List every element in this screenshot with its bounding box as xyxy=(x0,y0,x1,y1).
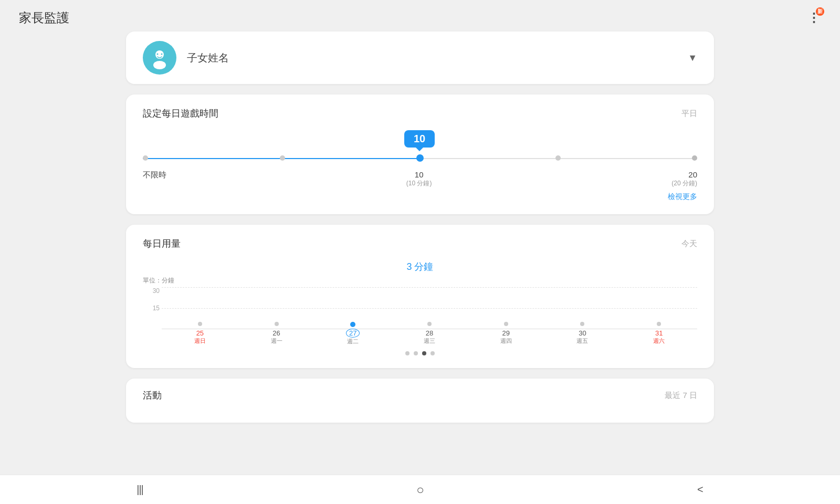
slider-dot-3 xyxy=(555,155,561,161)
activity-date-label: 最近 7 日 xyxy=(665,391,697,401)
slider-label-10-sub: (10 分鐘) xyxy=(406,179,432,188)
tooltip-arrow xyxy=(416,148,423,151)
child-avatar xyxy=(143,41,176,75)
slider-tooltip-wrapper: 10 xyxy=(404,130,435,151)
child-selector-card: 子女姓名 ▼ xyxy=(126,32,714,84)
pagination-dots xyxy=(143,351,697,355)
chart-dot-27 xyxy=(350,322,355,327)
view-more-button[interactable]: 檢視更多 xyxy=(143,192,697,202)
game-time-card: 設定每日遊戲時間 平日 10 不限時 xyxy=(126,94,714,214)
slider-label-20-sub: (20 分鐘) xyxy=(671,179,697,188)
nav-home-icon[interactable]: ○ xyxy=(416,482,424,497)
svg-point-4 xyxy=(161,54,163,55)
chart-dot-26 xyxy=(275,322,279,326)
x-label-28: 28 週三 xyxy=(391,329,468,345)
bottom-navigation: ||| ○ < xyxy=(0,475,840,504)
game-time-day-label: 平日 xyxy=(681,109,697,119)
slider-dot-4 xyxy=(692,155,697,161)
usage-card-header: 每日用量 今天 xyxy=(143,237,697,250)
chart-dot-29 xyxy=(504,322,508,326)
chart-dot-25 xyxy=(198,322,202,326)
game-time-header: 設定每日遊戲時間 平日 xyxy=(143,107,697,120)
svg-point-3 xyxy=(157,54,159,55)
x-day-29: 週四 xyxy=(500,337,512,345)
chart-dots-row xyxy=(162,322,697,327)
x-date-26: 26 xyxy=(272,329,280,337)
x-date-27: 27 xyxy=(346,329,360,338)
x-label-31: 31 週六 xyxy=(621,329,697,345)
activity-card: 活動 最近 7 日 xyxy=(126,379,714,423)
game-time-title: 設定每日遊戲時間 xyxy=(143,107,218,120)
chart-dot-30 xyxy=(580,322,584,326)
activity-header: 活動 最近 7 日 xyxy=(143,389,697,402)
chart-x-labels: 25 週日 26 週一 27 週二 28 週三 29 週四 xyxy=(162,329,697,345)
gridline-15 xyxy=(162,308,697,309)
x-label-26: 26 週一 xyxy=(238,329,315,345)
usage-today-label: 今天 xyxy=(681,239,697,249)
slider-label-10-value: 10 xyxy=(406,170,432,179)
slider-labels-row: 不限時 10 (10 分鐘) 20 (20 分鐘) xyxy=(143,170,697,188)
x-date-29: 29 xyxy=(502,329,510,337)
slider-label-unlimited: 不限時 xyxy=(143,170,166,188)
usage-chart: 30 15 xyxy=(143,287,697,345)
chart-col-28 xyxy=(391,322,468,327)
x-date-31: 31 xyxy=(655,329,663,337)
notification-badge: 新 xyxy=(816,7,824,16)
slider-label-20-value: 20 xyxy=(671,170,697,179)
nav-recent-apps-icon[interactable]: ||| xyxy=(136,484,143,496)
chart-y-axis: 30 15 xyxy=(143,287,162,329)
nav-back-icon[interactable]: < xyxy=(697,484,704,496)
chevron-down-icon[interactable]: ▼ xyxy=(688,52,697,64)
x-label-30: 30 週五 xyxy=(544,329,621,345)
pagination-dot-0[interactable] xyxy=(405,351,410,355)
chart-dot-31 xyxy=(657,322,661,326)
x-date-30: 30 xyxy=(579,329,586,337)
x-label-29: 29 週四 xyxy=(468,329,544,345)
chart-unit-label: 單位：分鐘 xyxy=(143,276,697,285)
chart-dot-28 xyxy=(427,322,432,326)
x-day-27: 週二 xyxy=(347,338,359,345)
x-label-25: 25 週日 xyxy=(162,329,238,345)
pagination-dot-2[interactable] xyxy=(422,351,426,355)
game-time-slider[interactable]: 10 不限時 10 (10 分鐘) xyxy=(143,130,697,188)
x-label-27: 27 週二 xyxy=(314,329,391,345)
slider-label-unlimited-text: 不限時 xyxy=(143,170,166,180)
x-date-28: 28 xyxy=(426,329,433,337)
slider-dot-group xyxy=(143,155,697,162)
x-date-25: 25 xyxy=(196,329,204,337)
chart-col-27 xyxy=(314,322,391,327)
chart-col-25 xyxy=(162,322,238,327)
menu-button[interactable]: ⋮ 新 xyxy=(807,10,821,25)
x-day-31: 週六 xyxy=(653,337,665,345)
child-name: 子女姓名 xyxy=(187,51,688,65)
gridline-30 xyxy=(162,287,697,288)
activity-title: 活動 xyxy=(143,389,162,402)
x-day-30: 週五 xyxy=(576,337,588,345)
y-label-15: 15 xyxy=(153,304,160,312)
chart-col-29 xyxy=(468,322,544,327)
x-day-25: 週日 xyxy=(194,337,206,345)
slider-tooltip-value: 10 xyxy=(404,130,435,148)
y-label-30: 30 xyxy=(153,287,160,295)
slider-dot-2 xyxy=(416,154,424,162)
chart-col-30 xyxy=(544,322,621,327)
usage-current-value: 3 分鐘 xyxy=(143,260,697,273)
slider-dot-1 xyxy=(280,155,285,161)
slider-label-10: 10 (10 分鐘) xyxy=(406,170,432,188)
slider-dot-0 xyxy=(143,155,148,161)
x-day-26: 週一 xyxy=(271,337,282,345)
pagination-dot-1[interactable] xyxy=(414,351,418,355)
pagination-dot-3[interactable] xyxy=(430,351,435,355)
x-day-28: 週三 xyxy=(424,337,435,345)
slider-label-20: 20 (20 分鐘) xyxy=(671,170,697,188)
slider-track-row xyxy=(143,155,697,162)
page-title: 家長監護 xyxy=(19,9,69,26)
svg-point-2 xyxy=(153,61,166,69)
usage-card: 每日用量 今天 3 分鐘 單位：分鐘 30 15 xyxy=(126,225,714,368)
header: 家長監護 ⋮ 新 xyxy=(0,0,840,32)
chart-col-31 xyxy=(621,322,697,327)
chart-col-26 xyxy=(238,322,315,327)
usage-title: 每日用量 xyxy=(143,237,181,250)
